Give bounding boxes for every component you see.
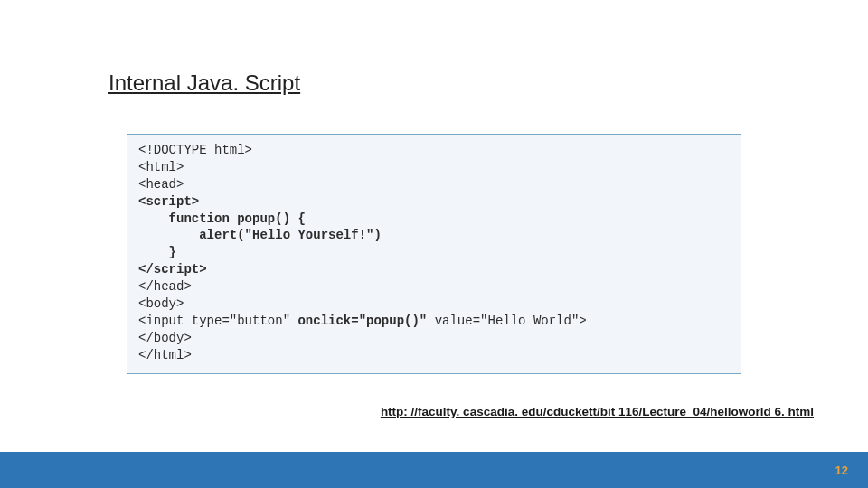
code-line: <!DOCTYPE html> <box>138 143 252 157</box>
code-block: <!DOCTYPE html> <html> <head> <script> f… <box>138 142 730 364</box>
code-line: value="Hello World"> <box>427 314 586 328</box>
code-box: <!DOCTYPE html> <html> <head> <script> f… <box>127 134 741 374</box>
code-line: } <box>138 245 176 259</box>
slide-title: Internal Java. Script <box>108 70 300 96</box>
code-line: </head> <box>138 279 192 294</box>
reference-link[interactable]: http: //faculty. cascadia. edu/cduckett/… <box>381 405 814 418</box>
code-line: function popup() { <box>138 211 306 226</box>
code-line: <html> <box>138 160 184 174</box>
code-line: alert("Hello Yourself!") <box>138 228 382 242</box>
page-number: 12 <box>835 464 848 477</box>
code-line: <script> <box>138 194 199 209</box>
code-line: </script> <box>138 262 207 277</box>
slide: Internal Java. Script <!DOCTYPE html> <h… <box>0 0 868 488</box>
code-line: </html> <box>138 348 192 362</box>
code-onclick: onclick="popup()" <box>297 314 427 328</box>
code-line: </body> <box>138 331 192 345</box>
code-line: <body> <box>138 296 184 311</box>
code-line: <head> <box>138 177 184 192</box>
code-line: <input type="button" <box>138 314 297 328</box>
footer-bar: 12 <box>0 452 868 488</box>
